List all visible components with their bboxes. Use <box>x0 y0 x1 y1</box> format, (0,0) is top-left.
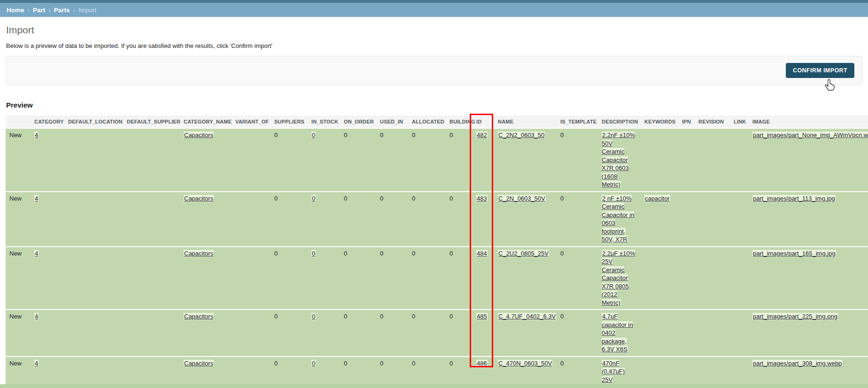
cell-default_supplier <box>123 357 180 388</box>
cell-revision <box>695 357 730 388</box>
column-header-status <box>6 116 31 128</box>
name-link[interactable]: C_470N_0603_50V <box>498 360 552 367</box>
name-link[interactable]: C_2U2_0805_25V <box>498 250 549 257</box>
description-link[interactable]: 470nF (0.47uF) 25V Ceramic Capacitor <box>602 360 628 388</box>
column-header-used_in: USED_IN <box>376 116 408 128</box>
column-header-default_location: DEFAULT_LOCATION <box>64 116 123 128</box>
cell-suppliers: 0 <box>271 247 308 310</box>
cell-allocated: 0 <box>408 310 446 357</box>
cell-link <box>730 247 749 310</box>
cell-used_in: 0 <box>376 357 408 388</box>
category-link[interactable]: 4 <box>34 132 39 139</box>
breadcrumb-link-parts[interactable]: Parts <box>54 7 70 14</box>
cell-image: part_images/part_165_img.jpg <box>749 247 868 310</box>
cell-variant_of <box>232 310 271 357</box>
cell-on_order: 0 <box>340 247 376 310</box>
category-link[interactable]: 4 <box>34 250 39 257</box>
column-header-ipn: IPN <box>678 116 695 128</box>
cell-category_name: Capacitors <box>180 310 232 357</box>
cell-id: 484 <box>473 247 494 310</box>
category_name-link[interactable]: Capacitors <box>184 313 214 320</box>
image-link[interactable]: part_images/part_225_img.png <box>752 313 838 320</box>
cell-link <box>730 192 749 247</box>
cell-description: 2 nF ±10% Ceramic Capacitor in 0603 foot… <box>598 192 641 247</box>
id-link[interactable]: 485 <box>476 313 488 320</box>
keywords-link[interactable]: capacitor <box>644 195 670 202</box>
cell-ipn <box>678 247 695 310</box>
cell-building: 0 <box>446 128 473 192</box>
cell-image: part_images/part_308_img.webp <box>749 357 868 388</box>
category_name-link[interactable]: Capacitors <box>184 195 214 202</box>
cell-used_in: 0 <box>376 128 408 192</box>
in_stock-link[interactable]: 0 <box>311 360 316 367</box>
id-link[interactable]: 486 <box>476 360 488 367</box>
cell-suppliers: 0 <box>271 192 308 247</box>
name-link[interactable]: C_2N2_0603_50 <box>498 132 545 139</box>
cell-allocated: 0 <box>408 357 446 388</box>
image-link[interactable]: part_images/part_None_img_AWmVpcn.webp <box>752 132 868 139</box>
in_stock-link[interactable]: 0 <box>311 195 316 202</box>
cell-building: 0 <box>446 247 473 310</box>
cell-default_supplier <box>123 247 180 310</box>
column-header-in_stock: IN_STOCK <box>308 116 340 128</box>
name-link[interactable]: C_2N_0603_50V <box>498 195 546 202</box>
breadcrumb-separator: › <box>28 7 30 14</box>
preview-table-wrapper: CATEGORYDEFAULT_LOCATIONDEFAULT_SUPPLIER… <box>6 116 868 388</box>
description-link[interactable]: 2.2nF ±10% 50V Ceramic Capacitor X7R 060… <box>602 132 635 188</box>
id-link[interactable]: 484 <box>476 250 488 257</box>
category-link[interactable]: 4 <box>34 360 39 367</box>
table-bottom-strip <box>0 384 868 388</box>
column-header-suppliers: SUPPLIERS <box>271 116 308 128</box>
cell-revision <box>695 192 730 247</box>
cell-suppliers: 0 <box>271 310 308 357</box>
cell-variant_of <box>232 357 271 388</box>
cell-in_stock: 0 <box>308 357 340 388</box>
table-row: New4Capacitors000000482C_2N2_0603_5002.2… <box>6 128 868 192</box>
description-link[interactable]: 4.7uF capacitor in 0402 package, 6.3V X6… <box>602 313 633 353</box>
description-link[interactable]: 2.2µF ±10% 25V Ceramic Capacitor X7R 080… <box>602 250 635 306</box>
cell-is_template: 0 <box>557 310 598 357</box>
breadcrumb-separator: › <box>48 7 51 14</box>
confirm-import-button[interactable]: CONFIRM IMPORT <box>786 63 854 78</box>
cell-on_order: 0 <box>340 128 376 192</box>
in_stock-link[interactable]: 0 <box>311 250 316 257</box>
column-header-name: NAME <box>494 116 557 128</box>
cell-name: C_2N2_0603_50 <box>494 128 557 192</box>
column-header-category: CATEGORY <box>31 116 64 128</box>
image-link[interactable]: part_images/part_113_img.jpg <box>752 195 836 202</box>
category_name-link[interactable]: Capacitors <box>184 360 214 367</box>
breadcrumb-link-part[interactable]: Part <box>33 7 45 14</box>
description-link[interactable]: 2 nF ±10% Ceramic Capacitor in 0603 foot… <box>602 195 634 243</box>
breadcrumb-current: Import <box>78 7 96 14</box>
name-link[interactable]: C_4.7UF_0402_6.3V <box>498 313 556 320</box>
cell-default_supplier <box>123 128 180 192</box>
cell-image: part_images/part_113_img.jpg <box>749 192 868 247</box>
in_stock-link[interactable]: 0 <box>311 132 316 139</box>
cell-keywords <box>641 128 678 192</box>
cell-link <box>730 357 749 388</box>
cell-id: 483 <box>473 192 494 247</box>
cell-is_template: 0 <box>557 357 598 388</box>
cell-in_stock: 0 <box>308 310 340 357</box>
cell-keywords: capacitor <box>641 192 678 247</box>
in_stock-link[interactable]: 0 <box>311 313 316 320</box>
image-link[interactable]: part_images/part_308_img.webp <box>752 360 842 367</box>
cell-is_template: 0 <box>557 128 598 192</box>
cell-description: 2.2nF ±10% 50V Ceramic Capacitor X7R 060… <box>598 128 641 192</box>
cell-default_supplier <box>123 192 180 247</box>
category_name-link[interactable]: Capacitors <box>184 250 214 257</box>
table-row: New4Capacitors000000483C_2N_0603_50V02 n… <box>6 192 868 247</box>
cell-on_order: 0 <box>340 357 376 388</box>
cell-link <box>730 128 749 192</box>
category-link[interactable]: 4 <box>34 313 39 320</box>
cell-category: 4 <box>31 128 64 192</box>
cell-ipn <box>678 310 695 357</box>
cell-description: 4.7uF capacitor in 0402 package, 6.3V X6… <box>598 310 641 357</box>
category-link[interactable]: 4 <box>34 195 39 202</box>
category_name-link[interactable]: Capacitors <box>184 132 214 139</box>
image-link[interactable]: part_images/part_165_img.jpg <box>752 250 836 257</box>
id-link[interactable]: 482 <box>476 132 488 139</box>
id-link[interactable]: 483 <box>476 195 488 202</box>
breadcrumb-link-home[interactable]: Home <box>7 7 24 14</box>
cell-status: New <box>6 247 31 310</box>
